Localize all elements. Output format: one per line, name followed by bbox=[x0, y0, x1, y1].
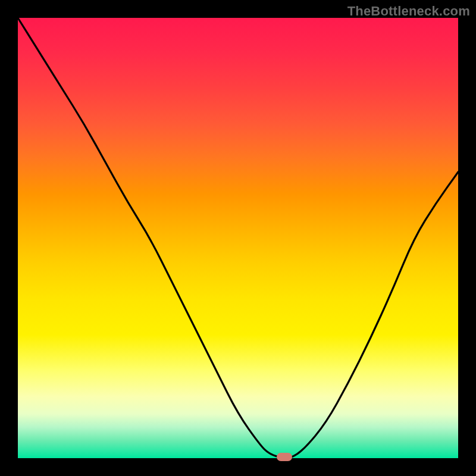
chart-container: TheBottleneck.com bbox=[0, 0, 476, 476]
watermark-text: TheBottleneck.com bbox=[347, 4, 470, 19]
minimum-marker bbox=[277, 453, 292, 461]
bottleneck-curve bbox=[18, 18, 458, 458]
plot-area bbox=[18, 18, 458, 458]
